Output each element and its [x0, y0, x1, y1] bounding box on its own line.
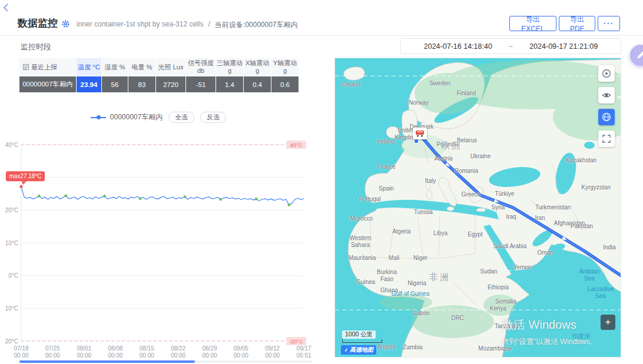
- map-canvas: [335, 58, 621, 358]
- event-marker: [64, 195, 67, 198]
- amap-flag-icon: [343, 347, 349, 353]
- invert-select-button[interactable]: 反选: [200, 112, 226, 123]
- column-header-signal[interactable]: 信号强度 db: [186, 58, 216, 76]
- map-layer-button[interactable]: [598, 109, 615, 125]
- chart-datazoom-slider[interactable]: [19, 360, 195, 363]
- x-tick-label: 00:00: [171, 352, 185, 359]
- export-excel-button[interactable]: 导出 EXCEL: [509, 16, 556, 31]
- breadcrumb-separator: /: [208, 20, 210, 30]
- x-tick-label: 09/17: [296, 345, 311, 352]
- column-header-latest-report[interactable]: 最近上报: [19, 58, 76, 76]
- cell-humidity: 56: [102, 76, 128, 92]
- cell-vibration-x: 0.4: [244, 76, 271, 92]
- event-marker: [139, 198, 142, 201]
- page-title: 数据监控: [18, 16, 58, 30]
- y-tick-label: -10°C: [5, 305, 18, 312]
- period-start: 2024-07-16 14:18:40: [424, 42, 492, 51]
- report-list-icon: [23, 64, 29, 70]
- x-tick-label: 09/05: [234, 345, 248, 352]
- cell-device-name: 00000007车厢内: [19, 76, 76, 92]
- data-monitor-page: 数据监控 inner container-1st shpt by sea-312…: [0, 0, 643, 364]
- pen-icon: [636, 51, 643, 60]
- zoom-in-button[interactable]: +: [601, 315, 615, 330]
- y-tick-label: 0°C: [8, 272, 18, 279]
- truck-icon: [415, 130, 425, 137]
- event-marker: [103, 195, 106, 198]
- date-range-picker[interactable]: 2024-07-16 14:18:40 ~ 2024-09-17 21:21:0…: [400, 38, 621, 54]
- map-controls: [598, 65, 615, 147]
- amap-logo[interactable]: 高德地图: [341, 345, 376, 355]
- route-map[interactable]: IcelandNorwaySwedenFinlandUnited Kingdom…: [334, 58, 621, 358]
- column-header-temperature[interactable]: 温度 °C: [77, 58, 101, 76]
- play-circle-icon: [601, 68, 612, 79]
- x-tick-label: 00:00: [45, 352, 60, 359]
- period-end: 2024-09-17 21:21:09: [529, 42, 598, 51]
- legend-series-item[interactable]: 00000007车厢内: [91, 112, 163, 122]
- max-badge-pointer: [22, 181, 26, 185]
- x-tick-label: 08/08: [108, 345, 122, 352]
- x-tick-label: 08/01: [77, 345, 91, 352]
- temperature-line-chart[interactable]: 40°C30°C20°C10°C0°C-10°C-20°C07/1800:000…: [5, 134, 312, 360]
- column-header-battery[interactable]: 电量 %: [128, 58, 155, 76]
- breadcrumb: inner container-1st shpt by sea-312 cell…: [77, 20, 298, 30]
- x-tick-label: 07/25: [45, 345, 60, 352]
- more-actions-button[interactable]: ···: [598, 16, 620, 31]
- column-header-light[interactable]: 光照 Lux: [156, 58, 185, 76]
- x-tick-label: 00:00: [108, 352, 122, 359]
- fullscreen-button[interactable]: [598, 131, 615, 147]
- event-marker: [184, 195, 187, 198]
- y-tick-label: 40°C: [5, 142, 18, 148]
- export-pdf-button[interactable]: 导出 PDF: [559, 16, 595, 31]
- cell-vibration-y: 0.6: [271, 76, 299, 92]
- column-header-vibration-y[interactable]: Y轴震动 g: [271, 58, 299, 76]
- gear-icon[interactable]: [61, 19, 70, 31]
- eye-icon: [601, 90, 612, 101]
- x-tick-label: 08/22: [171, 345, 185, 352]
- x-tick-label: 00:00: [265, 352, 280, 359]
- route-start-marker: [414, 139, 419, 143]
- select-all-button[interactable]: 全选: [168, 112, 194, 123]
- scale-bar: [342, 339, 382, 343]
- x-tick-label: 09/12: [265, 345, 280, 352]
- x-tick-label: 05:51: [296, 352, 311, 359]
- x-tick-label: 08/29: [202, 345, 217, 352]
- cell-battery: 83: [128, 76, 155, 92]
- y-tick-label: 20°C: [5, 207, 18, 213]
- y-tick-label: 10°C: [5, 240, 18, 246]
- header-divider: [0, 35, 643, 36]
- temperature-series-line: [21, 186, 304, 205]
- event-marker: [255, 198, 258, 201]
- x-tick-label: 00:00: [77, 352, 91, 359]
- legend-series-label: 00000007车厢内: [110, 112, 163, 122]
- column-header-vibration-3axis[interactable]: 三轴震动 g: [216, 58, 243, 76]
- event-marker: [38, 195, 41, 198]
- amap-logo-text: 高德地图: [350, 346, 373, 354]
- x-tick-label: 00:00: [202, 352, 217, 359]
- limit-badge-label: 40°C: [290, 142, 302, 148]
- sensor-table: 最近上报 温度 °C 湿度 % 电量 % 光照 Lux 信号强度 db 三轴震动…: [19, 58, 299, 92]
- feedback-float-button[interactable]: [630, 45, 643, 66]
- x-tick-label: 00:00: [14, 352, 28, 359]
- x-tick-label: 00:00: [140, 352, 154, 359]
- event-marker: [219, 198, 222, 201]
- x-tick-label: 07/18: [14, 345, 28, 352]
- legend-line-icon: [91, 117, 106, 118]
- map-scale: 1000 公里: [342, 328, 382, 343]
- y-tick-label: -20°C: [5, 338, 18, 345]
- chart-legend: 00000007车厢内 全选 反选: [5, 112, 312, 123]
- column-header-vibration-x[interactable]: X轴震动 g: [244, 58, 271, 76]
- cell-light: 2720: [156, 76, 185, 92]
- period-label: 监控时段: [21, 42, 51, 52]
- collapse-corner-icon[interactable]: [1, 2, 11, 14]
- playback-button[interactable]: [598, 65, 615, 82]
- x-tick-label: 00:00: [234, 352, 248, 359]
- breadcrumb-current-device: 当前设备:00000007车厢内: [215, 20, 298, 30]
- cell-signal: -51: [186, 76, 216, 92]
- truck-marker[interactable]: [413, 128, 427, 139]
- max-badge-label: max27.18°C: [9, 173, 41, 179]
- period-tilde: ~: [509, 42, 513, 51]
- scale-text: 1000 公里: [342, 330, 376, 339]
- column-header-humidity[interactable]: 湿度 %: [102, 58, 128, 76]
- visibility-button[interactable]: [598, 87, 615, 103]
- limit-badge-label: -20°C: [289, 338, 304, 345]
